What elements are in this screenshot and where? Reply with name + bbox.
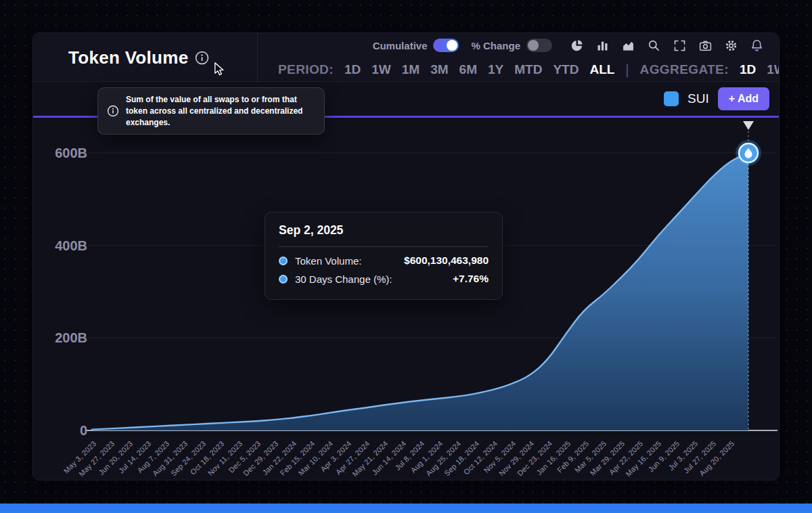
series-bullet-icon	[279, 256, 288, 265]
sui-legend-swatch[interactable]	[664, 91, 679, 106]
tooltip-row: Token Volume:$600,130,463,980	[279, 254, 489, 267]
aggregate-options: 1D1W1M	[740, 62, 780, 77]
tooltip-divider	[279, 246, 489, 247]
camera-icon[interactable]	[698, 39, 713, 53]
pie-chart-icon[interactable]	[570, 39, 584, 53]
period-option-1m[interactable]: 1M	[402, 62, 420, 77]
bar-chart-icon[interactable]	[595, 39, 610, 53]
info-tooltip-icon	[107, 105, 119, 117]
info-tooltip: Sum of the value of all swaps to or from…	[97, 87, 325, 135]
period-options: 1D1W1M3M6M1YMTDYTDALL	[344, 62, 614, 77]
separator: |	[625, 62, 629, 78]
token-volume-panel: Token Volume Cumulative % Change	[32, 32, 780, 481]
period-option-1d[interactable]: 1D	[344, 62, 361, 77]
period-option-mtd[interactable]: MTD	[514, 62, 542, 77]
page-title: Token Volume	[68, 47, 188, 68]
notifications-bell-icon[interactable]	[750, 39, 764, 53]
mouse-cursor-icon	[212, 61, 227, 76]
y-axis-label: 0	[52, 423, 87, 439]
percent-change-toggle-group: % Change	[471, 39, 552, 52]
add-token-button[interactable]: + Add	[718, 87, 769, 110]
toggle-knob	[528, 40, 539, 51]
y-axis-label: 200B	[52, 330, 87, 346]
info-tooltip-text: Sum of the value of all swaps to or from…	[126, 94, 315, 128]
cumulative-label: Cumulative	[373, 40, 428, 51]
title-area: Token Volume	[33, 33, 258, 82]
period-option-3m[interactable]: 3M	[430, 62, 448, 77]
search-icon[interactable]	[647, 39, 661, 53]
sui-legend-label: SUI	[687, 91, 709, 106]
period-option-ytd[interactable]: YTD	[553, 62, 579, 77]
info-icon[interactable]	[195, 51, 209, 65]
y-axis-label: 400B	[52, 238, 87, 254]
aggregate-label: AGGREGATE:	[640, 62, 729, 77]
chart-tooltip: Sep 2, 2025 Token Volume:$600,130,463,98…	[265, 212, 503, 300]
area-chart-icon[interactable]	[621, 39, 635, 53]
series-bullet-icon	[279, 275, 288, 284]
tooltip-row-value: +7.76%	[453, 273, 489, 285]
tooltip-row-value: $600,130,463,980	[404, 254, 489, 267]
period-option-1y[interactable]: 1Y	[488, 62, 503, 77]
marker-arrow-icon	[743, 121, 754, 130]
aggregate-option-1d[interactable]: 1D	[740, 62, 756, 77]
aggregate-option-1w[interactable]: 1W	[767, 62, 780, 77]
toggle-knob	[447, 40, 457, 51]
percent-change-label: % Change	[471, 40, 520, 51]
toolbar-row: Cumulative % Change	[258, 33, 779, 58]
fullscreen-icon[interactable]	[673, 39, 687, 53]
percent-change-toggle[interactable]	[526, 39, 552, 52]
tooltip-row: 30 Days Change (%):+7.76%	[279, 273, 489, 285]
period-row: PERIOD: 1D1W1M3M6M1YMTDYTDALL | AGGREGAT…	[258, 58, 779, 82]
cumulative-toggle[interactable]	[433, 39, 459, 52]
tooltip-date: Sep 2, 2025	[279, 223, 489, 238]
period-option-1w[interactable]: 1W	[371, 62, 391, 77]
header: Token Volume Cumulative % Change	[33, 33, 779, 82]
app-background: Token Volume Cumulative % Change	[0, 0, 812, 513]
toolbar-icons	[570, 39, 764, 53]
y-axis-label: 600B	[52, 146, 87, 161]
tooltip-row-label: 30 Days Change (%):	[295, 273, 392, 285]
period-option-6m[interactable]: 6M	[459, 62, 477, 77]
settings-gear-icon[interactable]	[724, 39, 738, 53]
bottom-accent-bar	[0, 504, 812, 513]
cumulative-toggle-group: Cumulative	[373, 39, 459, 52]
tooltip-rows: Token Volume:$600,130,463,98030 Days Cha…	[279, 254, 489, 285]
period-option-all[interactable]: ALL	[589, 62, 614, 77]
tooltip-row-label: Token Volume:	[295, 255, 361, 267]
period-label: PERIOD:	[278, 62, 334, 77]
